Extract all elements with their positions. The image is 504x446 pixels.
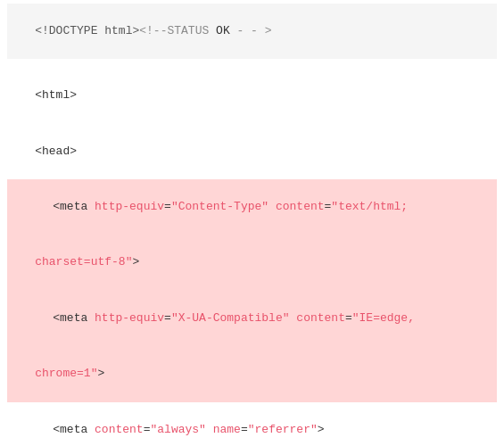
line-meta-ua-compat: <meta http-equiv="X-UA-Compatible" conte…: [7, 291, 497, 346]
line-meta-content-type: <meta http-equiv="Content-Type" content=…: [7, 179, 497, 235]
line-html-open: <html>: [7, 68, 497, 123]
line-head-open: <head>: [7, 124, 497, 179]
comment-arrows: - - >: [230, 24, 272, 37]
status-comment: <!--STATUS: [139, 24, 216, 37]
line-meta-content-type-2: charset=utf-8">: [7, 235, 497, 291]
doctype-text: <!DOCTYPE html>: [35, 24, 139, 37]
head-tag: <head>: [35, 145, 77, 158]
blank-line-1: [7, 59, 497, 68]
code-viewer: <!DOCTYPE html><!--STATUS OK - - > <html…: [0, 0, 504, 446]
status-ok: OK: [216, 24, 230, 37]
line-doctype: <!DOCTYPE html><!--STATUS OK - - >: [7, 4, 497, 59]
html-tag: <html>: [35, 88, 77, 102]
line-meta-ua-compat-2: chrome=1">: [7, 346, 497, 401]
line-meta-referrer: <meta content="always" name="referrer">: [7, 402, 497, 446]
